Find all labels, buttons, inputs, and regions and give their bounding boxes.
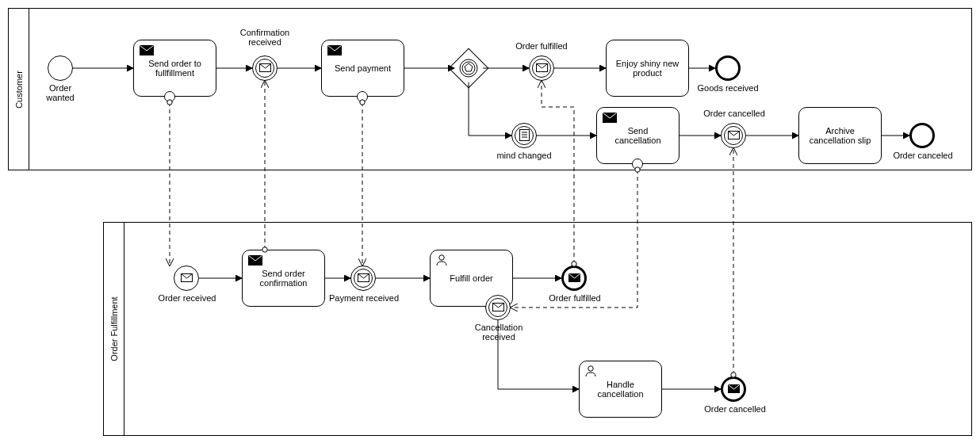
task-handle-cancellation[interactable]: Handle cancellation: [579, 361, 662, 418]
event-label: Order received: [158, 293, 216, 303]
event-label: Order cancelled: [702, 109, 766, 118]
envelope-icon: [568, 273, 580, 284]
task-label: Archive cancellation slip: [810, 126, 871, 145]
event-label: Confirmation received: [236, 28, 293, 47]
envelope-icon: [728, 384, 740, 395]
user-icon: [585, 365, 596, 379]
svg-point-16: [439, 255, 444, 260]
bpmn-diagram: Customer Order Fulfillment Order wanted …: [0, 0, 980, 447]
process-marker: [632, 159, 643, 170]
task-send-order[interactable]: Send order to fullfillment: [133, 40, 216, 97]
envelope-icon: [327, 45, 342, 57]
end-event-goods-received[interactable]: [715, 55, 741, 81]
start-event-label: Order wanted: [35, 83, 86, 102]
envelope-icon: [492, 303, 504, 313]
document-icon: [519, 129, 530, 143]
event-mind-changed[interactable]: [511, 123, 537, 148]
pool-title-customer: Customer: [14, 71, 24, 109]
event-confirmation-received[interactable]: [252, 55, 278, 81]
task-send-cancellation[interactable]: Send cancellation: [596, 107, 679, 164]
task-send-payment[interactable]: Send payment: [321, 40, 404, 97]
envelope-icon: [248, 255, 262, 267]
pool-label-fulfillment: Order Fulfillment: [104, 223, 124, 435]
user-icon: [436, 254, 447, 268]
event-payment-received[interactable]: [350, 266, 376, 291]
task-enjoy-product[interactable]: Enjoy shiny new product: [606, 40, 689, 97]
event-label: Cancellation received: [473, 323, 525, 342]
task-label: Send payment: [335, 63, 391, 73]
task-label: Enjoy shiny new product: [616, 59, 679, 78]
event-order-fulfilled-customer[interactable]: [529, 55, 554, 81]
envelope-icon: [728, 131, 740, 141]
event-gateway[interactable]: [454, 54, 483, 82]
process-marker: [164, 91, 175, 102]
end-event-order-canceled[interactable]: [909, 123, 935, 148]
event-label: Order cancelled: [704, 404, 766, 414]
process-marker: [357, 91, 368, 102]
start-event[interactable]: [48, 55, 73, 81]
svg-point-19: [588, 366, 593, 371]
envelope-icon: [259, 63, 271, 74]
start-event-order-received[interactable]: [174, 266, 199, 291]
pool-label-customer: Customer: [9, 9, 29, 170]
end-event-order-fulfilled[interactable]: [561, 266, 587, 291]
task-label: Send order confirmation: [260, 269, 308, 288]
event-label: Order fulfilled: [547, 293, 603, 303]
envelope-icon: [181, 273, 193, 284]
task-archive-slip[interactable]: Archive cancellation slip: [798, 107, 882, 164]
envelope-icon: [358, 273, 369, 284]
event-order-cancelled-customer[interactable]: [721, 123, 746, 148]
pool-title-fulfillment: Order Fulfillment: [109, 296, 119, 361]
event-label: Payment received: [328, 293, 400, 303]
task-label: Fulfill order: [450, 273, 492, 283]
envelope-icon: [536, 63, 548, 74]
envelope-icon: [603, 113, 617, 124]
end-event-order-cancelled-fulfillment[interactable]: [721, 376, 746, 402]
task-label: Send cancellation: [614, 126, 660, 145]
event-label: Order fulfilled: [514, 41, 569, 51]
svg-marker-5: [465, 63, 473, 71]
boundary-event-cancellation-received[interactable]: [485, 295, 511, 320]
end-event-label: Goods received: [696, 83, 760, 93]
event-label: mind changed: [496, 151, 552, 160]
task-send-confirmation[interactable]: Send order confirmation: [242, 250, 325, 307]
task-label: Send order to fullfillment: [148, 59, 201, 78]
envelope-icon: [140, 45, 154, 57]
pool-fulfillment: Order Fulfillment: [103, 222, 972, 436]
end-event-label: Order canceled: [892, 151, 954, 160]
task-label: Handle cancellation: [597, 380, 643, 399]
